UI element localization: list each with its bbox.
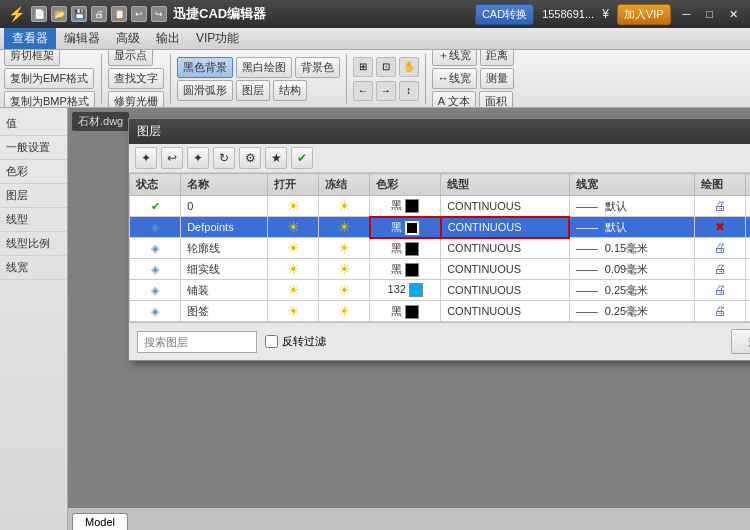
bg-color-btn[interactable]: 背景色 xyxy=(295,57,340,78)
cell-print[interactable]: 🖨 xyxy=(694,259,745,280)
cell-linetype[interactable]: CONTINUOUS xyxy=(441,259,570,280)
cell-open[interactable]: ☀ xyxy=(268,238,319,259)
linewidth-btn[interactable]: ＋线宽 xyxy=(432,50,477,66)
cell-freeze[interactable]: ☀ xyxy=(319,196,370,217)
cad-convert-btn[interactable]: CAD转换 xyxy=(475,4,534,25)
dlg-btn-current[interactable]: ✦ xyxy=(187,147,209,169)
table-row[interactable]: ◈ 图签 ☀ ☀ 黑 CONTINUOUS —— 0.25毫米 🖨 🔓 xyxy=(130,301,751,322)
max-btn[interactable]: □ xyxy=(702,8,717,20)
bw-draw-btn[interactable]: 黑白绘图 xyxy=(236,57,292,78)
area-btn[interactable]: 面积 xyxy=(479,91,513,108)
dlg-btn-check[interactable]: ✔ xyxy=(291,147,313,169)
cell-linetype[interactable]: CONTINUOUS xyxy=(441,196,570,217)
cell-print[interactable]: ✖ xyxy=(694,217,745,238)
cell-linetype[interactable]: CONTINUOUS xyxy=(441,280,570,301)
cell-open[interactable]: ☀ xyxy=(268,259,319,280)
close-dialog-btn[interactable]: 关闭 xyxy=(731,329,750,354)
copy-btn[interactable]: 📋 xyxy=(111,6,127,22)
open-btn[interactable]: 📂 xyxy=(51,6,67,22)
layer-btn[interactable]: 图层 xyxy=(236,80,270,101)
sidebar-item-linewidth[interactable]: 线宽 xyxy=(0,256,67,280)
cell-linewidth[interactable]: —— 0.25毫米 xyxy=(569,280,694,301)
copy-emf-btn[interactable]: 复制为EMF格式 xyxy=(4,68,94,89)
menu-output[interactable]: 输出 xyxy=(148,28,188,49)
cell-linewidth[interactable]: —— 默认 xyxy=(569,217,694,238)
linewidth2-btn[interactable]: ↔线宽 xyxy=(432,68,477,89)
text-btn[interactable]: A 文本 xyxy=(432,91,476,108)
show-points-btn[interactable]: 显示点 xyxy=(108,50,153,66)
cell-open[interactable]: ☀ xyxy=(268,217,319,238)
cell-name[interactable]: 铺装 xyxy=(181,280,268,301)
model-tab[interactable]: Model xyxy=(72,513,128,530)
cell-name[interactable]: Defpoints xyxy=(181,217,268,238)
table-row[interactable]: ◈ Defpoints ☀ ☀ 黑 CONTINUOUS —— 默认 ✖ 🔓 xyxy=(130,217,751,238)
cell-lock[interactable]: 🔓 xyxy=(745,280,750,301)
sidebar-item-color[interactable]: 色彩 xyxy=(0,160,67,184)
round-arc-btn[interactable]: 圆滑弧形 xyxy=(177,80,233,101)
search-layer-input[interactable] xyxy=(137,331,257,353)
cell-lock[interactable]: 🔓 xyxy=(745,259,750,280)
cell-color[interactable]: 黑 xyxy=(370,259,441,280)
vip-btn[interactable]: 加入VIP xyxy=(617,4,671,25)
find-text-btn[interactable]: 查找文字 xyxy=(108,68,164,89)
cell-linewidth[interactable]: —— 0.09毫米 xyxy=(569,259,694,280)
icon-btn-3[interactable]: ✋ xyxy=(399,57,419,77)
cell-linetype[interactable]: CONTINUOUS xyxy=(441,217,570,238)
cell-name[interactable]: 0 xyxy=(181,196,268,217)
sidebar-item-general[interactable]: 一般设置 xyxy=(0,136,67,160)
print-btn[interactable]: 🖨 xyxy=(91,6,107,22)
cell-freeze[interactable]: ☀ xyxy=(319,280,370,301)
cell-linetype[interactable]: CONTINUOUS xyxy=(441,238,570,259)
dlg-btn-star[interactable]: ★ xyxy=(265,147,287,169)
menu-viewer[interactable]: 查看器 xyxy=(4,28,56,49)
undo-btn[interactable]: ↩ xyxy=(131,6,147,22)
cell-freeze[interactable]: ☀ xyxy=(319,259,370,280)
cell-lock[interactable]: 🔓 xyxy=(745,217,750,238)
cell-print[interactable]: 🖨 xyxy=(694,280,745,301)
cell-color[interactable]: 黑 xyxy=(370,196,441,217)
new-btn[interactable]: 📄 xyxy=(31,6,47,22)
cell-linewidth[interactable]: —— 默认 xyxy=(569,196,694,217)
copy-bmp-btn[interactable]: 复制为BMP格式 xyxy=(4,91,95,108)
sidebar-item-linetype[interactable]: 线型 xyxy=(0,208,67,232)
cell-freeze[interactable]: ☀ xyxy=(319,301,370,322)
menu-vip[interactable]: VIP功能 xyxy=(188,28,247,49)
icon-btn-2[interactable]: ⊡ xyxy=(376,57,396,77)
sidebar-item-value[interactable]: 值 xyxy=(0,112,67,136)
cell-print[interactable]: 🖨 xyxy=(694,301,745,322)
redo-btn[interactable]: ↪ xyxy=(151,6,167,22)
cell-lock[interactable]: 🔓 xyxy=(745,238,750,259)
sidebar-item-layer[interactable]: 图层 xyxy=(0,184,67,208)
dlg-btn-refresh[interactable]: ↻ xyxy=(213,147,235,169)
icon-btn-5[interactable]: → xyxy=(376,81,396,101)
dlg-btn-settings[interactable]: ⚙ xyxy=(239,147,261,169)
filter-checkbox[interactable] xyxy=(265,335,278,348)
distance-btn[interactable]: 距离 xyxy=(480,50,514,66)
cell-print[interactable]: 🖨 xyxy=(694,238,745,259)
cell-name[interactable]: 轮廓线 xyxy=(181,238,268,259)
cell-lock[interactable]: 🔓 xyxy=(745,196,750,217)
structure-btn[interactable]: 结构 xyxy=(273,80,307,101)
cell-lock[interactable]: 🔓 xyxy=(745,301,750,322)
cell-freeze[interactable]: ☀ xyxy=(319,238,370,259)
min-btn[interactable]: ─ xyxy=(679,8,695,20)
table-row[interactable]: ◈ 轮廓线 ☀ ☀ 黑 CONTINUOUS —— 0.15毫米 🖨 🔓 xyxy=(130,238,751,259)
cell-open[interactable]: ☀ xyxy=(268,196,319,217)
cut-frame-btn[interactable]: 剪切框架 xyxy=(4,50,60,66)
close-window-btn[interactable]: ✕ xyxy=(725,8,742,21)
save-btn[interactable]: 💾 xyxy=(71,6,87,22)
menu-editor[interactable]: 编辑器 xyxy=(56,28,108,49)
menu-advanced[interactable]: 高级 xyxy=(108,28,148,49)
dlg-btn-delete[interactable]: ↩ xyxy=(161,147,183,169)
cell-name[interactable]: 细实线 xyxy=(181,259,268,280)
table-row[interactable]: ◈ 铺装 ☀ ☀ 132 CONTINUOUS —— 0.25毫米 🖨 🔓 xyxy=(130,280,751,301)
cell-color[interactable]: 132 xyxy=(370,280,441,301)
cell-freeze[interactable]: ☀ xyxy=(319,217,370,238)
table-row[interactable]: ✔ 0 ☀ ☀ 黑 CONTINUOUS —— 默认 🖨 🔓 xyxy=(130,196,751,217)
cell-open[interactable]: ☀ xyxy=(268,301,319,322)
trim-raster-btn[interactable]: 修剪光栅 xyxy=(108,91,164,108)
cell-color[interactable]: 黑 xyxy=(370,301,441,322)
sidebar-item-linescale[interactable]: 线型比例 xyxy=(0,232,67,256)
cell-color[interactable]: 黑 xyxy=(370,238,441,259)
cell-linetype[interactable]: CONTINUOUS xyxy=(441,301,570,322)
